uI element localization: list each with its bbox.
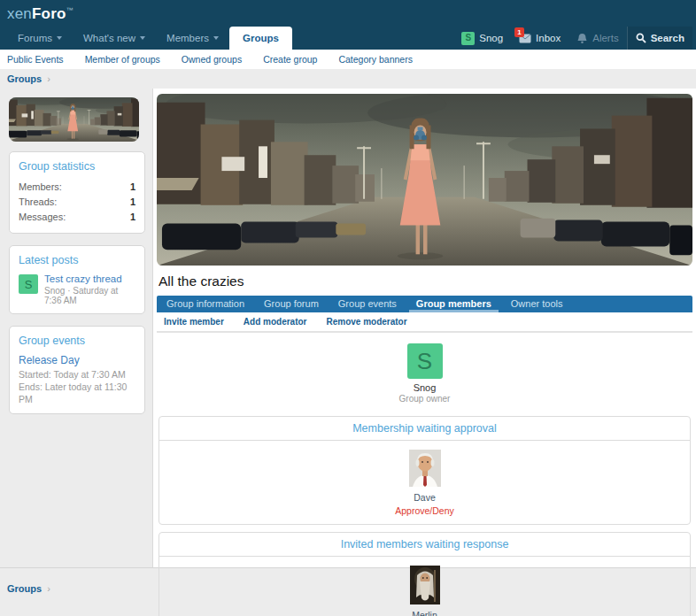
stat-threads: Threads:1	[19, 195, 135, 210]
tab-group-forum[interactable]: Group forum	[254, 296, 329, 312]
footer-breadcrumb-groups[interactable]: Groups	[7, 583, 42, 594]
breadcrumb-arrow: ›	[47, 73, 50, 84]
nav-tab-whats-new[interactable]: What's new	[73, 27, 156, 50]
thread-link[interactable]: Test crazy thread	[44, 273, 135, 284]
invited-members-title: Invited members waiting response	[159, 533, 690, 557]
post-author-avatar[interactable]: S	[19, 274, 38, 294]
stat-messages: Messages:1	[19, 210, 135, 225]
member-avatar-merlin[interactable]	[410, 566, 440, 604]
search-button[interactable]: Search	[627, 27, 692, 50]
main-content: All the crazies Group information Group …	[152, 89, 696, 567]
main-nav: Forums What's new Members Groups S Snog …	[0, 27, 696, 50]
owner-name[interactable]: Snog	[157, 382, 692, 393]
stat-members: Members:1	[19, 180, 135, 195]
event-link[interactable]: Release Day	[19, 354, 135, 366]
subnav-owned-groups[interactable]: Owned groups	[182, 54, 242, 65]
tab-owner-tools[interactable]: Owner tools	[501, 296, 573, 312]
inbox-badge: 1	[514, 27, 524, 37]
latest-posts-title: Latest posts	[19, 254, 135, 266]
member-name-merlin[interactable]: Merlin	[159, 610, 690, 616]
subnav-category-banners[interactable]: Category banners	[338, 54, 412, 65]
site-logo[interactable]: xenForo™	[7, 5, 73, 22]
magnifier-icon	[636, 33, 646, 43]
tab-group-information[interactable]: Group information	[157, 296, 254, 312]
caret-down-icon	[57, 36, 62, 40]
latest-posts-card: Latest posts S Test crazy thread Snog · …	[9, 245, 145, 314]
site-header: xenForo™ Forums What's new Members Group…	[0, 0, 696, 50]
group-thumbnail-image	[9, 97, 139, 142]
sidebar: Group statistics Members:1 Threads:1 Mes…	[0, 89, 152, 567]
remove-moderator-link[interactable]: Remove moderator	[326, 317, 406, 327]
membership-approval-title: Membership waiting approval	[159, 417, 690, 441]
latest-post-item: S Test crazy thread Snog · Saturday at 7…	[19, 273, 135, 305]
membership-approval-panel: Membership waiting approval	[159, 416, 691, 525]
nav-tab-forums[interactable]: Forums	[7, 27, 73, 50]
nav-tab-groups[interactable]: Groups	[229, 27, 292, 50]
caret-down-icon	[213, 36, 219, 40]
tab-group-events[interactable]: Group events	[329, 296, 406, 312]
event-started: Started: Today at 7:30 AM	[19, 368, 135, 381]
caret-down-icon	[140, 36, 145, 40]
event-ends: Ends: Later today at 11:30 PM	[19, 381, 135, 405]
group-tabbar: Group information Group forum Group even…	[157, 296, 692, 312]
member-actions-bar: Invite member Add moderator Remove moder…	[157, 312, 692, 333]
subnav-member-of-groups[interactable]: Member of groups	[85, 54, 160, 65]
merlin-photo	[410, 566, 440, 604]
member-name-dave[interactable]: Dave	[159, 492, 690, 503]
thread-meta: Snog · Saturday at 7:36 AM	[44, 286, 135, 305]
owner-role: Group owner	[157, 394, 692, 404]
breadcrumb-groups[interactable]: Groups	[7, 73, 42, 84]
invited-members-panel: Invited members waiting response Merlin	[159, 532, 691, 616]
group-statistics-card: Group statistics Members:1 Threads:1 Mes…	[9, 151, 145, 234]
group-events-title: Group events	[19, 335, 135, 347]
breadcrumb: Groups ›	[0, 69, 696, 89]
owner-avatar[interactable]: S	[407, 343, 443, 379]
group-title: All the crazies	[159, 273, 691, 289]
group-banner-image	[157, 94, 692, 266]
dave-photo	[409, 450, 441, 487]
tab-group-members[interactable]: Group members	[406, 296, 501, 312]
account-menu[interactable]: S Snog	[453, 27, 511, 50]
group-statistics-title: Group statistics	[19, 160, 135, 173]
group-events-card: Group events Release Day Started: Today …	[9, 326, 145, 414]
subnav-create-group[interactable]: Create group	[263, 54, 317, 65]
alerts-menu[interactable]: Alerts	[568, 27, 626, 50]
approve-deny-link[interactable]: Approve/Deny	[159, 505, 690, 516]
subnav-public-events[interactable]: Public Events	[7, 54, 64, 65]
nav-tab-members[interactable]: Members	[156, 27, 229, 50]
inbox-menu[interactable]: 1 Inbox	[511, 27, 568, 50]
footer-breadcrumb-arrow: ›	[47, 583, 50, 594]
bell-icon	[576, 33, 588, 44]
add-moderator-link[interactable]: Add moderator	[244, 317, 307, 327]
user-avatar: S	[461, 32, 475, 45]
group-owner-block: S Snog Group owner	[157, 343, 692, 404]
member-avatar-dave[interactable]	[409, 450, 441, 487]
sub-nav: Public Events Member of groups Owned gro…	[0, 50, 696, 69]
invite-member-link[interactable]: Invite member	[164, 317, 224, 327]
group-thumbnail	[9, 97, 145, 142]
